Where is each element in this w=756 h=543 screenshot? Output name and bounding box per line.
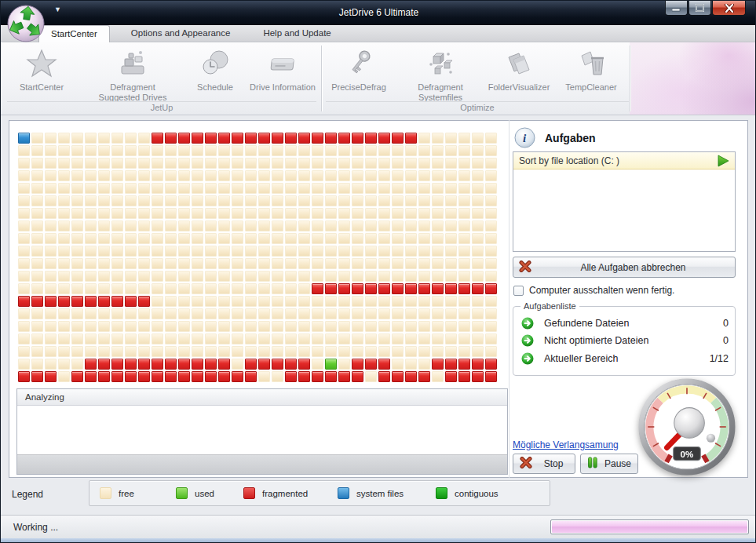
disk-cell-free — [178, 145, 190, 156]
disk-cell-fragmented — [85, 371, 97, 382]
disk-cell-fragmented — [392, 283, 404, 294]
disk-cell-free — [458, 233, 470, 244]
disk-cell-free — [418, 133, 430, 144]
disk-cell-fragmented — [71, 296, 83, 307]
ribbon-item-defragment-systemfiles[interactable]: Defragment Systemfiles — [400, 46, 481, 103]
disk-cell-free — [205, 233, 217, 244]
disk-cell-free — [325, 158, 337, 169]
disk-cell-free — [218, 258, 230, 269]
disk-cell-free — [245, 333, 257, 344]
free-swatch — [100, 487, 111, 499]
close-button[interactable] — [712, 1, 746, 16]
disk-cell-free — [458, 333, 470, 344]
ribbon-item-defragment-suggested-drives[interactable]: Defragment Suggested Drives — [92, 46, 173, 103]
disk-cell-free — [325, 170, 337, 181]
app-logo-icon[interactable] — [5, 2, 47, 48]
disk-cell-free — [152, 145, 163, 156]
disk-cell-free — [18, 271, 30, 282]
disk-cell-free — [472, 246, 484, 257]
disk-cell-free — [18, 258, 30, 269]
disk-cell-free — [45, 183, 57, 194]
drive-icon — [242, 46, 323, 80]
ribbon-item-startcenter[interactable]: StartCenter — [1, 46, 82, 93]
disk-cell-free — [58, 220, 70, 231]
ribbon-item-tempcleaner[interactable]: TempCleaner — [550, 46, 632, 93]
disk-cell-free — [418, 183, 430, 194]
disk-cell-fragmented — [485, 283, 497, 294]
disk-cell-free — [178, 346, 190, 357]
ribbon-item-precisedefrag[interactable]: PreciseDefrag — [318, 46, 400, 93]
disk-cell-free — [378, 208, 390, 219]
disk-cell-free — [378, 158, 390, 169]
disk-cell-free — [232, 170, 243, 181]
disk-cell-free — [485, 208, 497, 219]
disk-cell-free — [18, 170, 30, 181]
tab-startcenter[interactable]: StartCenter — [38, 25, 110, 42]
disk-cell-free — [98, 170, 110, 181]
disk-cell-free — [445, 346, 457, 357]
disk-cell-free — [325, 145, 337, 156]
disk-cell-free — [125, 258, 137, 269]
disk-cell-free — [392, 333, 404, 344]
disk-cell-free — [125, 220, 137, 231]
disk-cell-free — [485, 346, 497, 357]
disk-cell-free — [472, 258, 484, 269]
disk-cell-free — [485, 258, 497, 269]
disk-cell-free — [218, 346, 230, 357]
disk-cell-free — [152, 195, 163, 206]
disk-cell-fragmented — [392, 133, 404, 144]
disk-cell-fragmented — [378, 359, 390, 370]
disk-cell-free — [71, 246, 83, 257]
disk-cell-fragmented — [432, 283, 444, 294]
ribbon-item-foldervisualizer[interactable]: FolderVisualizer — [478, 46, 560, 93]
cancel-all-tasks-button[interactable]: Alle Aufgaben abbrechen — [513, 257, 736, 278]
disk-cell-free — [378, 220, 390, 231]
disk-cell-free — [98, 271, 110, 282]
disk-cell-free — [138, 233, 150, 244]
disk-cell-free — [445, 133, 457, 144]
green-arrow-icon — [521, 317, 534, 330]
disk-cell-free — [392, 346, 404, 357]
minimize-button[interactable] — [665, 1, 688, 16]
disk-cell-free — [338, 183, 350, 194]
disk-cell-free — [98, 258, 110, 269]
disk-cell-free — [165, 195, 177, 206]
disk-cell-free — [245, 195, 257, 206]
tab-options-and-appearance[interactable]: Options and Appearance — [119, 25, 243, 42]
disk-cell-free — [378, 258, 390, 269]
disk-cell-free — [352, 333, 363, 344]
disk-cell-free — [18, 195, 30, 206]
disk-cell-free — [258, 283, 270, 294]
disk-cell-free — [458, 133, 470, 144]
disk-cell-fragmented — [418, 283, 430, 294]
disk-cell-free — [58, 346, 70, 357]
disk-cell-free — [178, 258, 190, 269]
tasks-panel-title: Aufgaben — [545, 132, 596, 144]
disk-cell-free — [285, 208, 297, 219]
ribbon-item-drive-information[interactable]: Drive Information — [242, 46, 323, 93]
disk-cell-free — [58, 258, 70, 269]
shutdown-checkbox[interactable] — [513, 286, 524, 296]
disk-cell-free — [232, 246, 243, 257]
disk-cell-free — [405, 208, 417, 219]
disk-cell-fragmented — [405, 371, 417, 382]
disk-cell-free — [272, 296, 283, 307]
maximize-button[interactable] — [688, 1, 711, 16]
disk-cell-free — [125, 308, 137, 319]
disk-cell-free — [378, 145, 390, 156]
disk-cell-free — [165, 158, 177, 169]
stop-button[interactable]: Stop — [513, 454, 575, 474]
task-queue-item[interactable]: Sort by file location (C: ) — [513, 152, 735, 169]
disk-cell-free — [125, 283, 137, 294]
disk-cell-free — [18, 145, 30, 156]
disk-cell-free — [58, 133, 70, 144]
disk-cell-fragmented — [45, 296, 57, 307]
tab-help-and-update[interactable]: Help and Update — [251, 25, 342, 42]
pause-button[interactable]: Pause — [580, 454, 638, 474]
disk-cell-free — [272, 333, 283, 344]
disk-cell-free — [58, 371, 70, 382]
possible-slowdown-link[interactable]: Mögliche Verlangsamung — [513, 439, 619, 450]
disk-cell-free — [445, 296, 457, 307]
disk-cell-free — [85, 145, 97, 156]
disk-cell-free — [472, 233, 484, 244]
